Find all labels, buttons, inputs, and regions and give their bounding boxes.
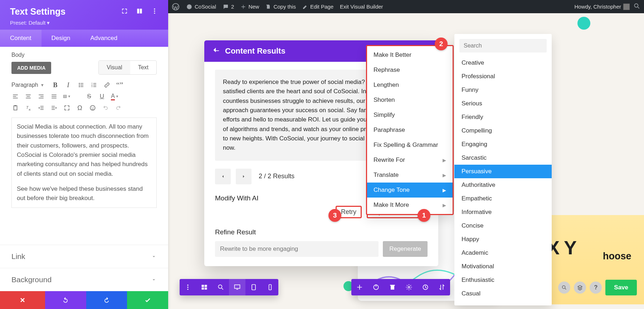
history-icon[interactable] — [417, 279, 434, 295]
link-icon[interactable] — [103, 81, 111, 89]
align-right-icon[interactable] — [37, 93, 45, 100]
more-icon[interactable] — [151, 6, 158, 17]
add-media-button[interactable]: ADD MEDIA — [11, 62, 51, 74]
fullscreen-icon[interactable] — [63, 104, 71, 112]
sort-icon[interactable] — [434, 279, 450, 295]
indent-icon[interactable] — [50, 104, 58, 112]
align-center-icon[interactable] — [24, 93, 32, 100]
ai-menu-item[interactable]: Rephrase — [367, 63, 453, 78]
layers-icon[interactable] — [574, 281, 586, 294]
tone-item[interactable]: Sarcastic — [454, 151, 552, 165]
text-editor[interactable]: Social Media is about connection. All to… — [11, 118, 157, 208]
redo-icon[interactable] — [114, 104, 122, 112]
cancel-button[interactable] — [0, 291, 45, 309]
tab-content[interactable]: Content — [0, 30, 42, 47]
site-name[interactable]: CoSocial — [186, 4, 216, 10]
tone-item[interactable]: Professional — [454, 70, 552, 83]
copy-this[interactable]: Copy this — [265, 4, 296, 10]
regenerate-button[interactable]: Regenerate — [383, 241, 428, 257]
ai-menu-item[interactable]: Shorten — [367, 93, 453, 108]
strike-icon[interactable]: S — [85, 93, 93, 100]
new-content[interactable]: New — [240, 4, 259, 10]
ai-menu-item[interactable]: Simplify — [367, 108, 453, 123]
ai-menu-item[interactable]: Fix Spelling & Grammar — [367, 138, 453, 153]
wireframe-icon[interactable] — [196, 279, 213, 295]
add-icon[interactable] — [351, 279, 368, 295]
undo-icon[interactable] — [102, 104, 109, 112]
tab-advanced[interactable]: Advanced — [80, 30, 127, 47]
ul-icon[interactable] — [77, 81, 85, 89]
tone-item[interactable]: Enthusiastic — [454, 273, 552, 287]
search-icon[interactable] — [633, 3, 640, 11]
tone-item[interactable]: Concise — [454, 219, 552, 233]
ai-menu-item[interactable]: Change Tone▶ — [367, 183, 453, 198]
help-icon[interactable]: ? — [590, 281, 602, 294]
more-icon[interactable] — [180, 279, 196, 295]
tone-item[interactable]: Creative — [454, 56, 552, 70]
save-button[interactable]: Save — [605, 280, 637, 295]
phone-view-icon[interactable] — [262, 279, 278, 295]
refine-input[interactable] — [215, 241, 379, 257]
align-left-icon[interactable] — [11, 93, 19, 100]
tone-item[interactable]: Motivational — [454, 260, 552, 273]
tone-item[interactable]: Engaging — [454, 138, 552, 151]
paste-icon[interactable] — [11, 104, 19, 112]
block-format-select[interactable]: Paragraph ▼ — [11, 82, 47, 88]
tone-item[interactable]: Academic — [454, 246, 552, 260]
search-page-icon[interactable] — [558, 281, 570, 294]
confirm-button[interactable] — [127, 291, 168, 309]
redo-button[interactable] — [86, 291, 127, 309]
power-icon[interactable] — [368, 279, 384, 295]
editor-tab-text[interactable]: Text — [130, 61, 156, 74]
tone-item[interactable]: Compelling — [454, 124, 552, 138]
editor-tab-visual[interactable]: Visual — [99, 61, 130, 74]
tone-search-input[interactable] — [459, 39, 547, 53]
table-icon[interactable]: ▼ — [63, 93, 71, 100]
tone-item[interactable]: Informative — [454, 205, 552, 219]
tone-item[interactable]: Happy — [454, 233, 552, 246]
background-accordion[interactable]: Background — [0, 268, 168, 291]
underline-icon[interactable]: U — [98, 93, 106, 100]
bold-icon[interactable]: B — [52, 81, 59, 89]
zoom-icon[interactable] — [213, 279, 229, 295]
wp-logo-icon[interactable] — [172, 3, 180, 11]
tone-item[interactable]: Funny — [454, 83, 552, 97]
desktop-view-icon[interactable] — [229, 279, 245, 295]
tone-item[interactable]: Friendly — [454, 110, 552, 124]
clear-format-icon[interactable]: T — [24, 104, 32, 112]
next-result-button[interactable] — [236, 169, 252, 184]
tablet-view-icon[interactable] — [245, 279, 262, 295]
back-icon[interactable] — [212, 46, 220, 56]
howdy-user[interactable]: Howdy, Christopher — [574, 4, 630, 10]
link-accordion[interactable]: Link — [0, 245, 168, 268]
tone-item[interactable]: Empathetic — [454, 192, 552, 205]
ai-menu-item[interactable]: Lengthen — [367, 78, 453, 93]
ol-icon[interactable]: 123 — [90, 81, 98, 89]
tab-design[interactable]: Design — [42, 30, 80, 47]
tone-item[interactable]: Persuasive — [454, 165, 552, 178]
ai-menu-item[interactable]: Translate▶ — [367, 168, 453, 183]
align-justify-icon[interactable] — [50, 93, 58, 100]
prev-result-button[interactable] — [215, 169, 231, 184]
undo-button[interactable] — [45, 291, 86, 309]
italic-icon[interactable]: I — [64, 81, 72, 89]
emoji-icon[interactable] — [89, 104, 97, 112]
ai-menu-item[interactable]: Paraphrase — [367, 123, 453, 138]
special-char-icon[interactable]: Ω — [76, 104, 84, 112]
outdent-icon[interactable] — [37, 104, 45, 112]
ai-menu-item[interactable]: Make It More▶ — [367, 198, 453, 213]
gear-icon[interactable] — [401, 279, 417, 295]
ai-menu-item[interactable]: Rewrite For▶ — [367, 153, 453, 168]
text-color-icon[interactable]: A▼ — [111, 93, 119, 100]
columns-icon[interactable] — [136, 6, 143, 17]
trash-icon[interactable] — [384, 279, 401, 295]
tone-item[interactable]: Casual — [454, 287, 552, 300]
quote-icon[interactable]: “” — [116, 81, 124, 89]
tone-item[interactable]: Authoritative — [454, 178, 552, 192]
expand-icon[interactable] — [121, 6, 128, 17]
comments[interactable]: 2 — [223, 4, 234, 10]
preset-selector[interactable]: Preset: Default ▾ — [10, 20, 158, 26]
exit-visual-builder[interactable]: Exit Visual Builder — [340, 4, 383, 10]
edit-page[interactable]: Edit Page — [302, 4, 333, 10]
tone-item[interactable]: Serious — [454, 97, 552, 110]
